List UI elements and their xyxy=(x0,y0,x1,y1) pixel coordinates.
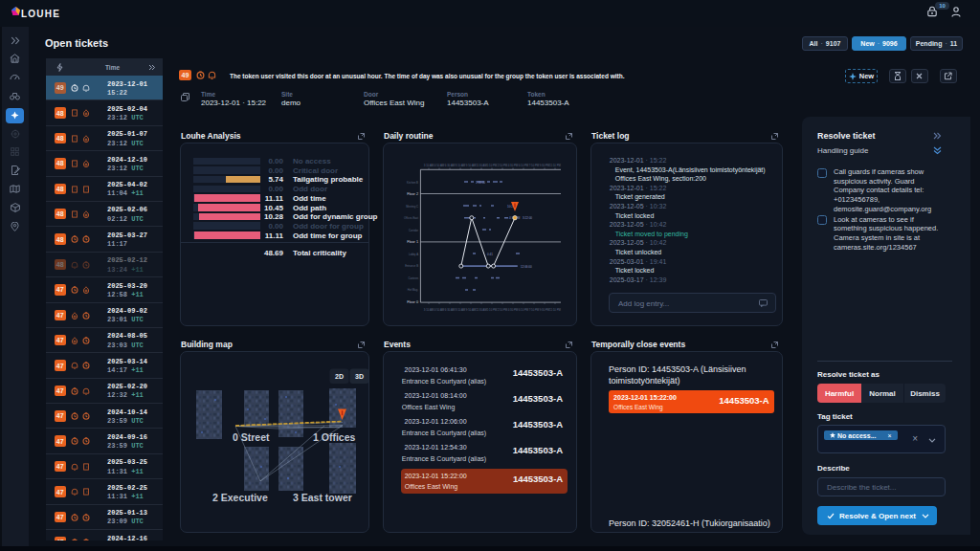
svg-text:6:10 PM: 6:10 PM xyxy=(519,308,529,312)
svg-text:4:30 PM: 4:30 PM xyxy=(508,308,519,312)
svg-text:Offices East: Offices East xyxy=(404,216,418,220)
svg-text:3:10 AM: 3:10 AM xyxy=(424,308,434,312)
svg-text:0:41: 0:41 xyxy=(487,253,493,256)
svg-text:6:10 PM: 6:10 PM xyxy=(519,164,529,167)
svg-text:4:50 AM: 4:50 AM xyxy=(434,164,445,167)
svg-text:2D: 2D xyxy=(335,373,344,380)
svg-text:Floor 1: Floor 1 xyxy=(407,240,418,244)
svg-text:3D: 3D xyxy=(355,373,364,380)
svg-text:Floor 2: Floor 2 xyxy=(407,192,418,196)
svg-text:9:50 AM: 9:50 AM xyxy=(466,164,477,167)
svg-text:Hot Mag.: Hot Mag. xyxy=(408,288,419,292)
svg-text:Entrance B: Entrance B xyxy=(405,264,418,268)
svg-text:Kitchen B: Kitchen B xyxy=(407,181,418,185)
svg-text:3:22:00: 3:22:00 xyxy=(523,216,532,220)
svg-text:7:50 PM: 7:50 PM xyxy=(529,164,540,167)
svg-text:11:10 PM: 11:10 PM xyxy=(549,164,561,167)
svg-text:1:10 PM: 1:10 PM xyxy=(487,308,498,312)
svg-text:3 East tower: 3 East tower xyxy=(293,492,352,503)
svg-text:9:50 AM: 9:50 AM xyxy=(466,308,477,312)
svg-text:6:30 AM: 6:30 AM xyxy=(445,164,456,167)
svg-text:11:30 AM: 11:30 AM xyxy=(476,308,487,312)
svg-text:6:30 AM: 6:30 AM xyxy=(445,308,456,312)
svg-text:1 Offices: 1 Offices xyxy=(313,431,356,443)
svg-text:8:10 AM: 8:10 AM xyxy=(456,164,466,167)
svg-text:4:50 AM: 4:50 AM xyxy=(434,308,445,312)
svg-text:7:50 PM: 7:50 PM xyxy=(529,308,540,312)
svg-text:12:06:00: 12:06:00 xyxy=(521,265,532,269)
svg-text:Canteen: Canteen xyxy=(408,276,418,280)
svg-text:1:10 PM: 1:10 PM xyxy=(487,164,498,167)
svg-text:2:50 PM: 2:50 PM xyxy=(498,164,508,167)
svg-text:Corridor: Corridor xyxy=(409,229,418,232)
svg-text:0 Street: 0 Street xyxy=(233,431,270,443)
svg-text:Meeting C: Meeting C xyxy=(406,205,418,209)
svg-text:1:36:00: 1:36:00 xyxy=(476,181,485,185)
svg-text:Floor 0: Floor 0 xyxy=(407,300,418,304)
svg-text:11:10 PM: 11:10 PM xyxy=(549,308,561,312)
svg-text:Lobby A: Lobby A xyxy=(409,253,418,256)
svg-text:4:30 PM: 4:30 PM xyxy=(508,164,519,167)
svg-text:3:10 AM: 3:10 AM xyxy=(424,164,434,167)
svg-text:2 Executive: 2 Executive xyxy=(212,492,268,503)
svg-text:11:30 AM: 11:30 AM xyxy=(476,164,487,167)
svg-text:2:50 PM: 2:50 PM xyxy=(498,308,508,312)
svg-text:8:10 AM: 8:10 AM xyxy=(456,308,466,312)
